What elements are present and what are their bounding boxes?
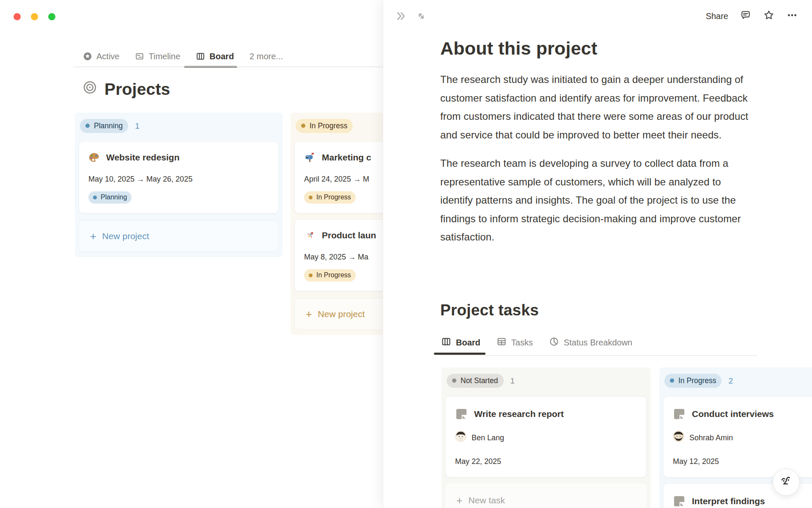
panel-toolbar-left (395, 10, 427, 24)
page-title: Projects (82, 80, 170, 99)
card-title: Website redesign (106, 151, 180, 164)
view-tabs: Active Timeline Board 2 more... (83, 47, 283, 65)
new-task-label: New task (469, 495, 505, 505)
new-project-button[interactable]: + New project (79, 220, 279, 252)
card-title: Conduct interviews (692, 408, 774, 420)
task-card-conduct-interviews[interactable]: Conduct interviews Sohrab Amin May 12, 2… (663, 396, 812, 478)
tasks-tabs-divider (439, 355, 757, 356)
card-title-row: Write research report (455, 408, 637, 420)
card-title: Write research report (474, 408, 564, 420)
column-header[interactable]: Not Started 1 (445, 371, 647, 388)
status-dot-icon (85, 124, 90, 128)
view-tab-label: Timeline (148, 52, 180, 61)
new-project-label: New project (318, 309, 365, 319)
card-title-row: Conduct interviews (673, 408, 812, 420)
project-tasks-heading: Project tasks (440, 301, 539, 319)
mailbox-icon (304, 152, 315, 163)
assignee-name: Sohrab Amin (689, 432, 733, 444)
window-controls (14, 13, 55, 20)
column-header[interactable]: In Progress 2 (663, 371, 812, 388)
expand-page-icon[interactable] (415, 10, 427, 24)
card-date-range: May 10, 2025 → May 26, 2025 (88, 174, 269, 185)
minimize-window-button[interactable] (31, 13, 38, 20)
tasks-tab-label: Board (456, 338, 480, 348)
avatar (673, 431, 684, 445)
task-note-icon (455, 408, 468, 420)
tabs-divider (73, 66, 383, 67)
more-options-icon[interactable] (786, 9, 798, 23)
plus-icon: + (456, 496, 463, 505)
card-date: May 22, 2025 (455, 456, 637, 467)
plus-icon: + (90, 232, 96, 240)
card-title: Marketing c (322, 151, 371, 164)
view-tab-label: Active (96, 52, 119, 61)
assignee-name: Ben Lang (472, 432, 504, 444)
status-dot-icon (93, 196, 97, 199)
notion-ai-button[interactable] (773, 469, 800, 496)
status-dot-icon (309, 196, 313, 199)
view-tab-active[interactable]: Active (83, 52, 119, 61)
share-button[interactable]: Share (706, 11, 728, 21)
card-title-row: Interpret findings (673, 495, 812, 508)
column-count: 2 (728, 376, 733, 386)
status-badge: Planning (80, 119, 128, 133)
pie-chart-icon (549, 337, 559, 349)
panel-toolbar-right: Share (706, 9, 798, 23)
status-dot-icon (301, 124, 305, 128)
card-title: Product laun (322, 229, 376, 242)
card-assignee-row: Ben Lang (455, 431, 637, 445)
board-icon (196, 52, 205, 61)
status-badge: In Progress (296, 119, 353, 133)
board-column-planning: Planning 1 Website redesign May 10, 2025… (75, 113, 283, 257)
rocket-icon (304, 230, 315, 241)
maximize-window-button[interactable] (48, 13, 55, 20)
tasks-tab-label: Tasks (511, 338, 533, 348)
view-tab-timeline[interactable]: Timeline (135, 52, 180, 61)
paragraph: The research team is developing a survey… (440, 154, 751, 246)
project-card-website-redesign[interactable]: Website redesign May 10, 2025 → May 26, … (79, 141, 279, 213)
ai-face-icon (778, 473, 795, 491)
timeline-icon (135, 52, 144, 61)
task-note-icon (673, 408, 686, 420)
avatar (455, 431, 466, 445)
page-title-text: Projects (104, 80, 170, 99)
card-date: May 12, 2025 (673, 456, 812, 467)
tasks-board: Not Started 1 Write research report (442, 367, 812, 508)
task-note-icon (673, 495, 686, 508)
view-tab-label: 2 more... (250, 52, 283, 61)
column-header[interactable]: Planning 1 (79, 116, 279, 133)
close-window-button[interactable] (14, 13, 21, 20)
status-badge: Not Started (447, 374, 504, 388)
new-task-button[interactable]: + New task (445, 483, 647, 508)
table-icon (497, 337, 507, 349)
tasks-tab-label: Status Breakdown (564, 338, 632, 348)
board-icon (441, 337, 451, 349)
close-peek-icon[interactable] (395, 10, 406, 24)
new-project-label: New project (102, 231, 149, 241)
task-card-write-research-report[interactable]: Write research report Ben Lang May 22, 2… (445, 396, 647, 478)
tasks-column-not-started: Not Started 1 Write research report (442, 367, 650, 508)
panel-body-text: The research study was initiated to gain… (440, 70, 751, 246)
comments-icon[interactable] (740, 9, 752, 23)
view-tab-more[interactable]: 2 more... (250, 52, 283, 61)
paragraph: The research study was initiated to gain… (440, 70, 751, 144)
card-tag-row: Planning (88, 191, 269, 204)
tasks-tab-board[interactable]: Board (441, 337, 480, 349)
tasks-tab-status-breakdown[interactable]: Status Breakdown (549, 337, 632, 349)
plus-icon: + (306, 310, 312, 318)
status-tag: In Progress (304, 191, 356, 204)
status-tag: Planning (88, 191, 132, 204)
card-title-row: Website redesign (88, 151, 269, 164)
view-tab-label: Board (209, 52, 234, 61)
side-peek-panel: Share About this project The research st… (383, 0, 812, 508)
palette-icon (88, 152, 100, 163)
status-dot-icon (309, 273, 313, 277)
status-dot-icon (452, 378, 456, 383)
favorite-star-icon[interactable] (763, 9, 775, 23)
status-dot-icon (670, 378, 674, 383)
card-assignee-row: Sohrab Amin (673, 431, 812, 445)
star-circle-icon (83, 52, 92, 61)
view-tab-board[interactable]: Board (196, 52, 234, 61)
status-badge: In Progress (664, 374, 721, 388)
tasks-tab-tasks[interactable]: Tasks (497, 337, 533, 349)
